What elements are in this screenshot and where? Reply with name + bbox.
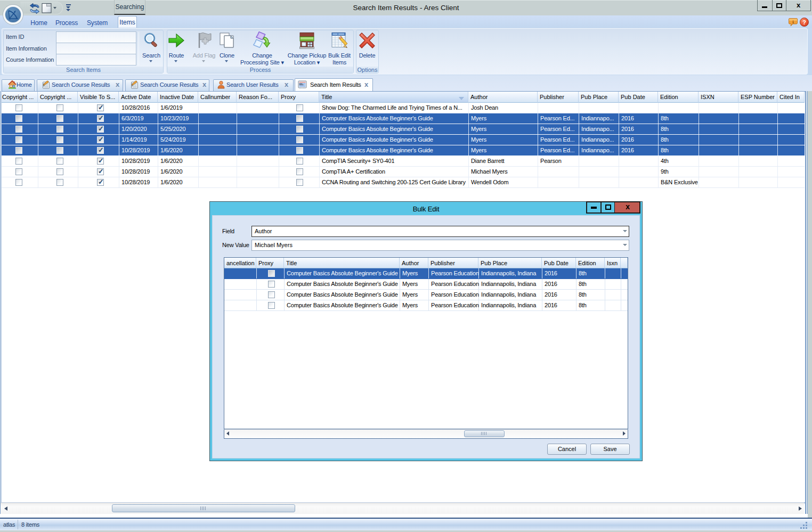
svg-text:?: ? — [802, 19, 806, 26]
